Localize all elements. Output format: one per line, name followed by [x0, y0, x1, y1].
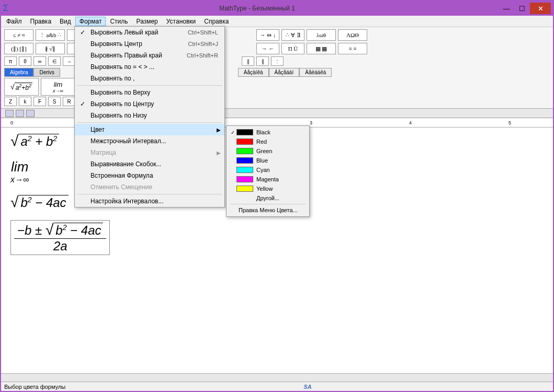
format-item-15: Отменить Смещение — [75, 181, 224, 193]
format-item-14[interactable]: Встроенная Формула — [75, 170, 224, 181]
tool-greek-lower[interactable]: λωθ — [307, 29, 336, 41]
tool-relations[interactable]: ≤ ≠ ≈ — [4, 29, 33, 41]
horizontal-scrollbar[interactable] — [1, 373, 553, 382]
expr-lim[interactable]: limx→∞ — [41, 78, 75, 96]
tool-underover[interactable]: → ← — [256, 43, 279, 54]
color-item-blue[interactable]: Blue — [228, 156, 308, 165]
format-item-8[interactable]: Выровнять по Низу — [75, 110, 224, 121]
tool-infinity[interactable]: ∞ — [33, 56, 46, 66]
btn-S[interactable]: S — [48, 97, 61, 106]
btn-F[interactable]: F — [33, 97, 46, 106]
format-item-0[interactable]: ✓Выровнять Левый крайCtrl+Shift+L — [75, 27, 224, 38]
color-item-magenta[interactable]: Magenta — [228, 175, 308, 184]
maximize-button[interactable]: ☐ — [514, 3, 530, 14]
mini-btn-2[interactable] — [16, 110, 24, 117]
app-icon: Σ — [3, 4, 12, 13]
format-item-4[interactable]: Выровнять по , — [75, 73, 224, 84]
btn-k[interactable]: k — [19, 97, 31, 106]
tool-theta[interactable]: θ — [19, 56, 31, 66]
color-item-cyan[interactable]: Cyan — [228, 165, 308, 175]
statusbar: Выбор цвета формулы SA — [1, 382, 553, 391]
mini-btn-1[interactable] — [5, 110, 14, 117]
color-item-yellow[interactable]: Yellow — [228, 184, 308, 193]
minimize-button[interactable]: — — [499, 3, 514, 14]
menu-style[interactable]: Стиль — [106, 17, 132, 26]
menu-preferences[interactable]: Установки — [162, 17, 200, 26]
format-item-3[interactable]: Выровнять по = < > ... — [75, 61, 224, 73]
tool-spaces[interactable]: ⋮ a&b ∴ — [36, 29, 65, 41]
tab-extra2[interactable]: Áåçåáàí — [269, 68, 300, 77]
expr-sqrt[interactable]: √a2+b2 — [4, 78, 39, 96]
tab-extra3[interactable]: Àåëáäêà — [299, 68, 332, 77]
tool-boxes[interactable]: ≡ ≡ — [338, 43, 367, 54]
format-item-10[interactable]: Цвет▶ — [75, 124, 224, 135]
menu-size[interactable]: Размер — [132, 17, 162, 26]
tool-matrix[interactable]: ▦ ▦ — [307, 43, 336, 54]
format-item-11[interactable]: Межстрочный Интервал... — [75, 135, 224, 147]
tab-derivs[interactable]: Derivs — [33, 68, 60, 77]
tab-algebra[interactable]: Algebra — [4, 68, 33, 77]
color-item-red[interactable]: Red — [228, 137, 308, 146]
btn-Z[interactable]: Z — [4, 97, 17, 106]
tool-logic[interactable]: ∴ ∀ ∃ — [281, 29, 304, 41]
tool-frac[interactable]: ∦ √∥ — [36, 43, 65, 54]
tab-extra1[interactable]: Áåçàíêà — [238, 68, 269, 77]
tool-arrows[interactable]: → ⇔ ↓ — [256, 29, 279, 41]
tool-elementof[interactable]: ∈ — [48, 56, 61, 66]
format-item-17[interactable]: Настройка Интервалов... — [75, 195, 224, 207]
window-title: MathType - Безымянный 1 — [16, 5, 499, 12]
tool-arrow[interactable]: → — [63, 56, 75, 66]
color-other[interactable]: Другой... — [228, 193, 308, 203]
tool-fences[interactable]: (∥) [∥] — [4, 43, 33, 54]
status-center: SA — [65, 384, 550, 390]
menu-view[interactable]: Вид — [55, 17, 75, 26]
color-submenu: ✓BlackRedGreenBlueCyanMagentaYellowДруго… — [226, 125, 310, 217]
btn-R[interactable]: R — [63, 97, 75, 106]
formula-4[interactable]: −b ± √b2 − 4ac 2a — [10, 220, 110, 255]
tool-slot1[interactable]: ∥ — [242, 56, 254, 66]
format-dropdown: ✓Выровнять Левый крайCtrl+Shift+LВыровня… — [74, 26, 225, 207]
svg-text:Σ: Σ — [3, 4, 8, 13]
menubar: Файл Правка Вид Формат Стиль Размер Уста… — [1, 16, 553, 27]
mini-btn-3[interactable] — [26, 110, 35, 117]
menu-format[interactable]: Формат — [75, 17, 106, 26]
tool-greek-upper[interactable]: ΛΩΘ — [338, 29, 367, 41]
format-item-13[interactable]: Выравнивание Скобок... — [75, 158, 224, 170]
tool-product[interactable]: Π Ū — [281, 43, 304, 54]
menu-help[interactable]: Справка — [200, 17, 233, 26]
format-item-2[interactable]: Выровнять Правый крайCtrl+Shift+R — [75, 50, 224, 61]
format-item-6[interactable]: Выровнять по Верху — [75, 87, 224, 98]
status-text: Выбор цвета формулы — [4, 384, 65, 390]
menu-edit[interactable]: Правка — [26, 17, 56, 26]
color-item-black[interactable]: ✓Black — [228, 128, 308, 137]
color-item-green[interactable]: Green — [228, 146, 308, 156]
tool-pi[interactable]: π — [4, 56, 17, 66]
close-button[interactable]: ✕ — [530, 3, 551, 14]
color-edit-menu[interactable]: Правка Меню Цвета... — [228, 205, 308, 215]
format-item-7[interactable]: ✓Выровнять по Центру — [75, 98, 224, 110]
titlebar: Σ MathType - Безымянный 1 — ☐ ✕ — [1, 1, 553, 16]
format-item-1[interactable]: Выровнять ЦентрCtrl+Shift+J — [75, 38, 224, 50]
tool-slot3[interactable]: : — [271, 56, 284, 66]
menu-file[interactable]: Файл — [2, 17, 26, 26]
format-item-12: Матрица▶ — [75, 147, 224, 158]
tool-slot2[interactable]: ∥ — [256, 56, 269, 66]
